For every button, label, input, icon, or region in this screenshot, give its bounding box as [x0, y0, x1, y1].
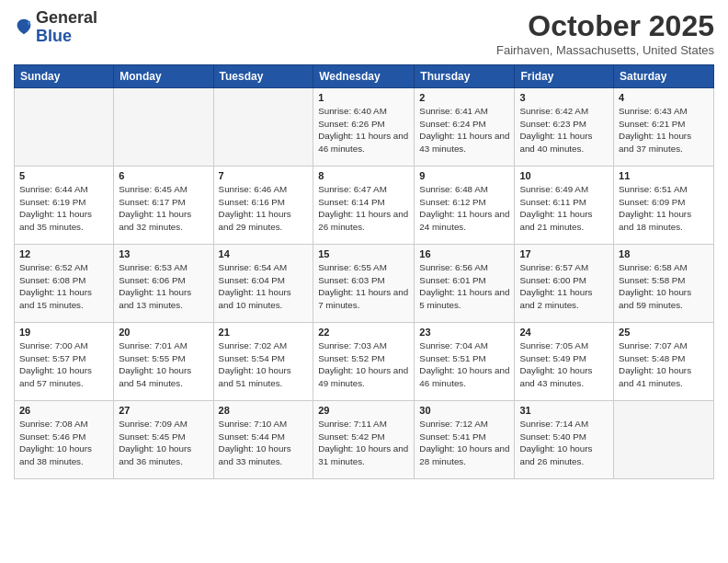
day-number: 7	[219, 170, 309, 181]
weekday-header-sunday: Sunday	[15, 65, 114, 88]
day-number: 2	[419, 92, 509, 103]
day-info: Sunrise: 7:00 AMSunset: 5:57 PMDaylight:…	[19, 339, 108, 390]
day-info: Sunrise: 6:54 AMSunset: 6:04 PMDaylight:…	[219, 261, 309, 312]
day-number: 26	[19, 405, 108, 416]
day-info: Sunrise: 6:45 AMSunset: 6:17 PMDaylight:…	[119, 183, 208, 234]
day-number: 11	[619, 170, 709, 181]
weekday-header-tuesday: Tuesday	[213, 65, 313, 88]
calendar-cell: 17Sunrise: 6:57 AMSunset: 6:00 PMDayligh…	[515, 245, 614, 323]
calendar-cell: 30Sunrise: 7:12 AMSunset: 5:41 PMDayligh…	[415, 401, 515, 479]
day-info: Sunrise: 6:44 AMSunset: 6:19 PMDaylight:…	[19, 183, 108, 234]
calendar-cell: 28Sunrise: 7:10 AMSunset: 5:44 PMDayligh…	[213, 401, 313, 479]
day-number: 16	[419, 248, 509, 259]
calendar-cell: 25Sunrise: 7:07 AMSunset: 5:48 PMDayligh…	[614, 323, 714, 401]
day-info: Sunrise: 7:01 AMSunset: 5:55 PMDaylight:…	[119, 339, 208, 390]
calendar-cell	[614, 401, 714, 479]
day-number: 1	[318, 92, 409, 103]
day-info: Sunrise: 6:40 AMSunset: 6:26 PMDaylight:…	[318, 105, 409, 155]
day-info: Sunrise: 6:46 AMSunset: 6:16 PMDaylight:…	[219, 183, 309, 234]
calendar-cell: 1Sunrise: 6:40 AMSunset: 6:26 PMDaylight…	[313, 88, 415, 167]
calendar-cell: 10Sunrise: 6:49 AMSunset: 6:11 PMDayligh…	[515, 167, 614, 245]
calendar-cell: 16Sunrise: 6:56 AMSunset: 6:01 PMDayligh…	[415, 245, 515, 323]
weekday-header-wednesday: Wednesday	[313, 65, 415, 88]
calendar-cell: 26Sunrise: 7:08 AMSunset: 5:46 PMDayligh…	[15, 401, 114, 479]
day-number: 27	[119, 405, 208, 416]
logo-icon	[14, 17, 34, 38]
day-info: Sunrise: 7:11 AMSunset: 5:42 PMDaylight:…	[318, 418, 409, 468]
calendar-cell: 23Sunrise: 7:04 AMSunset: 5:51 PMDayligh…	[415, 323, 515, 401]
day-info: Sunrise: 6:51 AMSunset: 6:09 PMDaylight:…	[619, 183, 709, 234]
day-info: Sunrise: 7:12 AMSunset: 5:41 PMDaylight:…	[419, 418, 509, 468]
day-info: Sunrise: 6:57 AMSunset: 6:00 PMDaylight:…	[519, 261, 609, 312]
day-number: 28	[219, 405, 309, 416]
calendar-cell: 15Sunrise: 6:55 AMSunset: 6:03 PMDayligh…	[313, 245, 415, 323]
day-info: Sunrise: 6:48 AMSunset: 6:12 PMDaylight:…	[419, 183, 509, 234]
weekday-header-monday: Monday	[114, 65, 213, 88]
week-row-2: 5Sunrise: 6:44 AMSunset: 6:19 PMDaylight…	[15, 167, 714, 245]
weekday-header-saturday: Saturday	[614, 65, 714, 88]
title-block: October 2025 Fairhaven, Massachusetts, U…	[496, 9, 714, 57]
day-info: Sunrise: 6:55 AMSunset: 6:03 PMDaylight:…	[318, 261, 409, 312]
day-number: 8	[318, 170, 409, 181]
logo-blue: Blue	[36, 27, 72, 45]
day-number: 22	[318, 327, 409, 338]
day-info: Sunrise: 7:02 AMSunset: 5:54 PMDaylight:…	[219, 339, 309, 390]
calendar-cell	[213, 88, 313, 167]
day-number: 5	[19, 170, 108, 181]
calendar-cell	[15, 88, 114, 167]
day-info: Sunrise: 7:05 AMSunset: 5:49 PMDaylight:…	[519, 339, 609, 390]
logo-general: General	[36, 8, 97, 27]
week-row-4: 19Sunrise: 7:00 AMSunset: 5:57 PMDayligh…	[15, 323, 714, 401]
day-number: 23	[419, 327, 509, 338]
weekday-header-row: SundayMondayTuesdayWednesdayThursdayFrid…	[15, 65, 714, 88]
page: General Blue October 2025 Fairhaven, Mas…	[0, 0, 728, 563]
day-number: 4	[619, 92, 709, 103]
day-number: 6	[119, 170, 208, 181]
calendar: SundayMondayTuesdayWednesdayThursdayFrid…	[14, 64, 714, 479]
day-info: Sunrise: 6:47 AMSunset: 6:14 PMDaylight:…	[318, 183, 409, 234]
calendar-cell: 6Sunrise: 6:45 AMSunset: 6:17 PMDaylight…	[114, 167, 213, 245]
day-info: Sunrise: 6:43 AMSunset: 6:21 PMDaylight:…	[619, 105, 709, 155]
day-number: 12	[19, 248, 108, 259]
day-number: 17	[519, 248, 609, 259]
day-number: 18	[619, 248, 709, 259]
calendar-cell: 8Sunrise: 6:47 AMSunset: 6:14 PMDaylight…	[313, 167, 415, 245]
day-number: 25	[619, 327, 709, 338]
day-info: Sunrise: 7:09 AMSunset: 5:45 PMDaylight:…	[119, 418, 208, 468]
calendar-cell: 20Sunrise: 7:01 AMSunset: 5:55 PMDayligh…	[114, 323, 213, 401]
calendar-cell: 12Sunrise: 6:52 AMSunset: 6:08 PMDayligh…	[15, 245, 114, 323]
day-info: Sunrise: 6:52 AMSunset: 6:08 PMDaylight:…	[19, 261, 108, 312]
day-info: Sunrise: 7:04 AMSunset: 5:51 PMDaylight:…	[419, 339, 509, 390]
calendar-cell: 4Sunrise: 6:43 AMSunset: 6:21 PMDaylight…	[614, 88, 714, 167]
day-info: Sunrise: 6:56 AMSunset: 6:01 PMDaylight:…	[419, 261, 509, 312]
location: Fairhaven, Massachusetts, United States	[496, 43, 714, 57]
weekday-header-friday: Friday	[515, 65, 614, 88]
day-number: 21	[219, 327, 309, 338]
day-info: Sunrise: 7:10 AMSunset: 5:44 PMDaylight:…	[219, 418, 309, 468]
calendar-cell: 24Sunrise: 7:05 AMSunset: 5:49 PMDayligh…	[515, 323, 614, 401]
day-number: 29	[318, 405, 409, 416]
calendar-cell: 21Sunrise: 7:02 AMSunset: 5:54 PMDayligh…	[213, 323, 313, 401]
day-number: 24	[519, 327, 609, 338]
calendar-cell: 7Sunrise: 6:46 AMSunset: 6:16 PMDaylight…	[213, 167, 313, 245]
calendar-cell: 31Sunrise: 7:14 AMSunset: 5:40 PMDayligh…	[515, 401, 614, 479]
day-number: 14	[219, 248, 309, 259]
weekday-header-thursday: Thursday	[415, 65, 515, 88]
calendar-cell	[114, 88, 213, 167]
logo: General Blue	[14, 9, 97, 46]
calendar-cell: 14Sunrise: 6:54 AMSunset: 6:04 PMDayligh…	[213, 245, 313, 323]
day-number: 30	[419, 405, 509, 416]
week-row-3: 12Sunrise: 6:52 AMSunset: 6:08 PMDayligh…	[15, 245, 714, 323]
day-info: Sunrise: 6:58 AMSunset: 5:58 PMDaylight:…	[619, 261, 709, 312]
calendar-cell: 5Sunrise: 6:44 AMSunset: 6:19 PMDaylight…	[15, 167, 114, 245]
week-row-1: 1Sunrise: 6:40 AMSunset: 6:26 PMDaylight…	[15, 88, 714, 167]
calendar-cell: 19Sunrise: 7:00 AMSunset: 5:57 PMDayligh…	[15, 323, 114, 401]
day-number: 9	[419, 170, 509, 181]
calendar-cell: 18Sunrise: 6:58 AMSunset: 5:58 PMDayligh…	[614, 245, 714, 323]
day-number: 13	[119, 248, 208, 259]
day-info: Sunrise: 7:07 AMSunset: 5:48 PMDaylight:…	[619, 339, 709, 390]
day-number: 10	[519, 170, 609, 181]
day-number: 31	[519, 405, 609, 416]
day-info: Sunrise: 7:14 AMSunset: 5:40 PMDaylight:…	[519, 418, 609, 468]
calendar-cell: 3Sunrise: 6:42 AMSunset: 6:23 PMDaylight…	[515, 88, 614, 167]
